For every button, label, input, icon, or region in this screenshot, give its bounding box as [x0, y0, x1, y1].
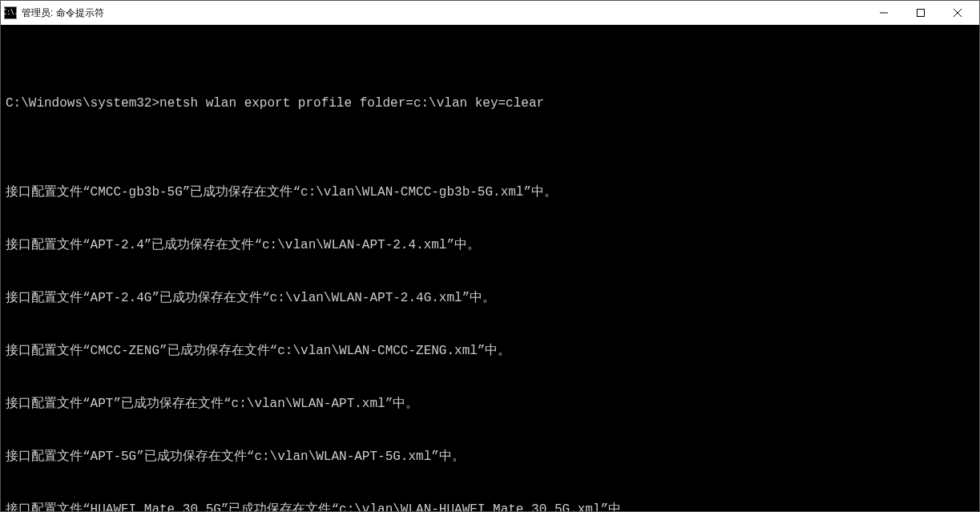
svg-rect-1 [917, 10, 925, 17]
cmd-icon-glyph: C:\. [2, 10, 18, 16]
cmd-icon: C:\. [4, 6, 17, 19]
blank-line [6, 137, 974, 153]
output-line: 接口配置文件“HUAWEI Mate 30 5G”已成功保存在文件“c:\vla… [6, 496, 974, 511]
minimize-button[interactable] [865, 1, 902, 25]
window-title: 管理员: 命令提示符 [22, 6, 104, 20]
maximize-button[interactable] [902, 1, 939, 25]
output-line: 接口配置文件“APT-2.4”已成功保存在文件“c:\vlan\WLAN-APT… [6, 232, 974, 259]
output-line: 接口配置文件“APT-5G”已成功保存在文件“c:\vlan\WLAN-APT-… [6, 443, 974, 470]
command-line: C:\Windows\system32>netsh wlan export pr… [6, 95, 974, 111]
output-line: 接口配置文件“CMCC-ZENG”已成功保存在文件“c:\vlan\WLAN-C… [6, 337, 974, 365]
output-line: 接口配置文件“APT”已成功保存在文件“c:\vlan\WLAN-APT.xml… [6, 390, 974, 417]
close-button[interactable] [939, 1, 976, 25]
titlebar[interactable]: C:\. 管理员: 命令提示符 [1, 1, 979, 25]
close-icon [954, 9, 962, 17]
blank-line [6, 54, 974, 70]
output-line: 接口配置文件“APT-2.4G”已成功保存在文件“c:\vlan\WLAN-AP… [6, 284, 974, 312]
prompt-path: C:\Windows\system32> [6, 97, 159, 110]
output-line: 接口配置文件“CMCC-gb3b-5G”已成功保存在文件“c:\vlan\WLA… [6, 179, 974, 206]
minimize-icon [880, 9, 888, 17]
entered-command: netsh wlan export profile folder=c:\vlan… [159, 97, 544, 110]
window-controls [865, 1, 976, 25]
maximize-icon [917, 9, 925, 17]
terminal-area[interactable]: C:\Windows\system32>netsh wlan export pr… [1, 25, 979, 511]
cmd-window: C:\. 管理员: 命令提示符 C:\Windows\system32>nets… [0, 0, 980, 512]
